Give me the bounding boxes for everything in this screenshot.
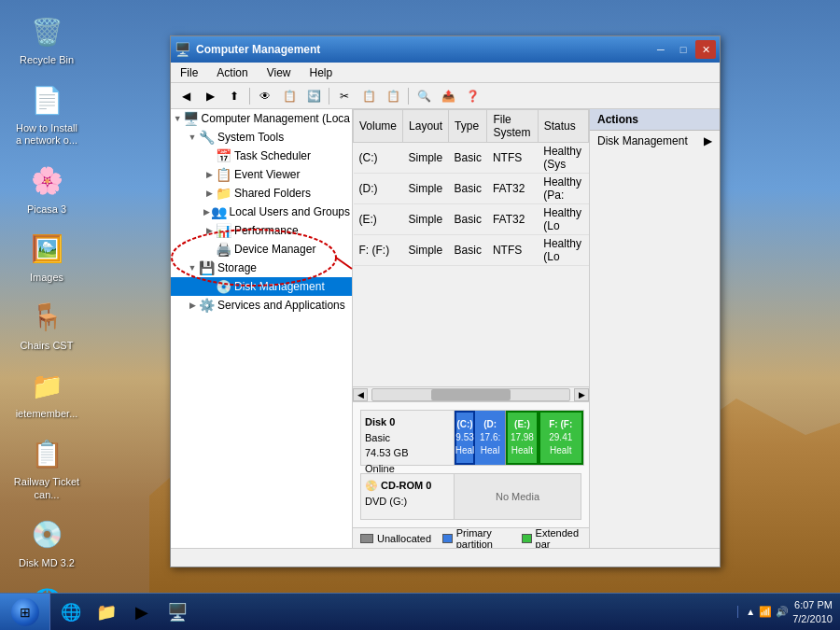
properties-button[interactable]: 📋 (278, 86, 301, 106)
back-button[interactable]: ◀ (175, 86, 197, 106)
cell-type-e: Basic (449, 204, 487, 235)
disk-visual-area: Disk 0 Basic 74.53 GB Online (C:) 9.53 H… (353, 401, 589, 527)
railway-ticket-icon[interactable]: 📋 Railway Ticket can... (9, 431, 84, 504)
disk-table[interactable]: Volume Layout Type File System Status (C… (353, 109, 589, 386)
picasa-icon[interactable]: 🌸 Picasa 3 (9, 159, 84, 219)
tree-item-performance[interactable]: ▶ 📊 Performance (171, 221, 352, 240)
scroll-left[interactable]: ◀ (353, 388, 368, 401)
menu-view[interactable]: View (261, 64, 297, 81)
chairs-cst-icon[interactable]: 🪑 Chairs CST (9, 295, 84, 356)
cell-volume-d: (D:) (354, 174, 403, 204)
cell-layout-c: Simple (403, 143, 449, 174)
tree-item-disk-management[interactable]: 💿 Disk Management (171, 277, 352, 296)
expand-shared-folders[interactable]: ▶ (203, 187, 216, 200)
recycle-bin-icon[interactable]: 🗑️ Recycle Bin (9, 9, 84, 70)
close-button[interactable]: ✕ (695, 40, 716, 59)
tree-item-root[interactable]: ▼ 🖥️ Computer Management (Loca (171, 109, 352, 128)
expand-performance[interactable]: ▶ (203, 224, 216, 237)
tree-item-device-manager[interactable]: 🖨️ Device Manager (171, 240, 352, 259)
tray-volume-icon[interactable]: 🔊 (776, 606, 789, 618)
maximize-button[interactable]: □ (673, 40, 693, 59)
up-button[interactable]: ⬆ (223, 86, 245, 106)
expand-root[interactable]: ▼ (173, 112, 183, 125)
forward-button[interactable]: ▶ (199, 86, 221, 106)
taskbar-network-icon[interactable]: 🖥️ (161, 595, 194, 629)
tree-item-task-scheduler[interactable]: 📅 Task Scheduler (171, 147, 352, 165)
taskbar-folder-icon[interactable]: 📁 (90, 595, 123, 629)
legend-primary-label: Primary partition (456, 527, 511, 548)
scroll-track[interactable] (371, 388, 570, 401)
cdrom-0-row: 📀 CD-ROM 0 DVD (G:) No Media (360, 473, 581, 520)
separator-1 (249, 88, 250, 105)
col-layout[interactable]: Layout (403, 110, 449, 143)
menu-action[interactable]: Action (211, 64, 253, 81)
clock[interactable]: 6:07 PM 7/2/2010 (792, 598, 833, 625)
cell-volume-c: (C:) (354, 143, 403, 174)
desktop: 🗑️ Recycle Bin 📄 How to Install a networ… (0, 0, 840, 630)
partition-d-health: Heal (481, 444, 500, 457)
clock-time: 6:07 PM (792, 598, 833, 611)
expand-services-apps[interactable]: ▶ (186, 299, 199, 312)
start-button[interactable]: ⊞ (0, 594, 50, 631)
expand-disk-management (203, 280, 216, 293)
find-button[interactable]: 🔍 (413, 86, 435, 106)
disk-md-icon[interactable]: 💿 Disk MD 3.2 (9, 512, 84, 573)
table-row[interactable]: (E:) Simple Basic FAT32 Healthy (Lo (354, 204, 589, 235)
table-row[interactable]: F: (F:) Simple Basic NTFS Healthy (Lo (354, 235, 589, 266)
iremember-icon[interactable]: 📁 ietemember... (9, 363, 84, 424)
tray-arrow[interactable]: ▲ (746, 607, 755, 617)
menu-file[interactable]: File (175, 64, 203, 81)
table-row[interactable]: (D:) Simple Basic FAT32 Healthy (Pa: (354, 174, 589, 204)
actions-disk-management[interactable]: Disk Management ▶ (590, 131, 720, 151)
expand-local-users[interactable]: ▶ (203, 205, 211, 218)
tree-item-services-apps[interactable]: ▶ ⚙️ Services and Applications (171, 296, 352, 315)
export-button[interactable]: 📤 (437, 86, 459, 106)
tree-item-local-users[interactable]: ▶ 👥 Local Users and Groups (171, 203, 352, 221)
cell-status-f: Healthy (Lo (538, 235, 588, 266)
col-status[interactable]: Status (538, 110, 588, 143)
cdrom-0-partitions: No Media (454, 473, 581, 520)
col-volume[interactable]: Volume (354, 110, 403, 143)
cut-button[interactable]: ✂ (333, 86, 356, 106)
tree-item-shared-folders[interactable]: ▶ 📁 Shared Folders (171, 184, 352, 203)
scroll-right[interactable]: ▶ (574, 388, 589, 401)
partition-f[interactable]: F: (F: 29.41 Healt (539, 411, 583, 465)
help-button[interactable]: ❓ (461, 86, 483, 106)
legend-unallocated: Unallocated (360, 533, 431, 544)
window-titlebar[interactable]: 🖥️ Computer Management ─ □ ✕ (171, 36, 720, 63)
paste-button[interactable]: 📋 (382, 86, 404, 106)
tree-item-system-tools[interactable]: ▼ 🔧 System Tools (171, 128, 352, 147)
taskbar-media-icon[interactable]: ▶ (125, 595, 159, 629)
images-icon[interactable]: 🖼️ Images (9, 227, 84, 287)
refresh-button[interactable]: 🔄 (302, 86, 325, 106)
table-row[interactable]: (C:) Simple Basic NTFS Healthy (Sys (354, 143, 589, 174)
expand-storage[interactable]: ▼ (186, 261, 199, 274)
menu-bar: File Action View Help (171, 63, 720, 83)
tree-item-event-viewer[interactable]: ▶ 📋 Event Viewer (171, 165, 352, 184)
tray-network-icon[interactable]: 📶 (759, 606, 772, 618)
scroll-thumb[interactable] (431, 389, 510, 400)
partition-e[interactable]: (E:) 17.98 Healt (506, 411, 538, 465)
partition-f-size: 29.41 (549, 431, 572, 444)
menu-help[interactable]: Help (304, 64, 339, 81)
partition-c[interactable]: (C:) 9.53 Heal (455, 411, 475, 465)
col-type[interactable]: Type (449, 110, 487, 143)
partition-d[interactable]: (D: 17.6: Heal (475, 411, 506, 465)
expand-event-viewer[interactable]: ▶ (203, 168, 216, 181)
right-pane: Volume Layout Type File System Status (C… (353, 109, 589, 548)
tree-item-storage[interactable]: ▼ 💾 Storage (171, 259, 352, 277)
copy-button[interactable]: 📋 (357, 86, 380, 106)
disk-0-name: Disk 0 (365, 414, 450, 430)
show-hide-button[interactable]: 👁 (254, 86, 276, 106)
taskbar-quick-launch: 🌐 📁 ▶ 🖥️ (50, 595, 198, 629)
horizontal-scrollbar[interactable]: ◀ ▶ (353, 386, 589, 401)
minimize-button[interactable]: ─ (651, 40, 671, 59)
icon-disk-management: 💿 (216, 279, 231, 294)
col-fs[interactable]: File System (487, 110, 538, 143)
taskbar-ie-icon[interactable]: 🌐 (54, 595, 88, 629)
install-network-icon[interactable]: 📄 How to Install a network o... (9, 77, 84, 150)
disk-0-partitions: (C:) 9.53 Heal (D: 17.6: Heal (454, 410, 584, 466)
partition-e-health: Healt (511, 444, 533, 457)
expand-system-tools[interactable]: ▼ (186, 131, 199, 144)
computer-management-window: 🖥️ Computer Management ─ □ ✕ File Action… (170, 35, 721, 567)
